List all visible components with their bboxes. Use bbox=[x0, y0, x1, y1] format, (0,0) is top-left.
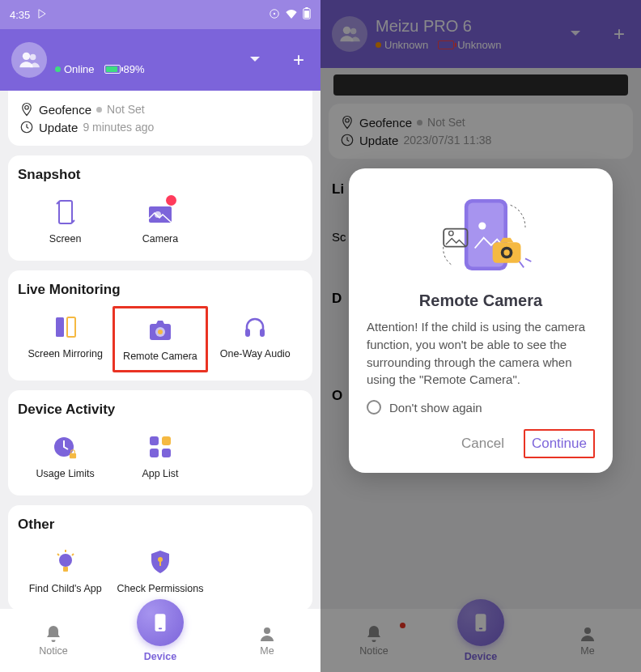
person-icon bbox=[257, 624, 277, 644]
svg-point-6 bbox=[30, 54, 36, 60]
svg-point-5 bbox=[23, 53, 30, 60]
tile-screen-mirroring[interactable]: Screen Mirroring bbox=[18, 306, 112, 372]
dont-show-again-checkbox[interactable]: Don't show again bbox=[367, 400, 595, 415]
clock-icon bbox=[19, 120, 34, 134]
tile-screen[interactable]: Screen bbox=[18, 191, 112, 253]
svg-rect-23 bbox=[162, 449, 171, 457]
snapshot-card: Snapshot Screen Camera bbox=[8, 155, 312, 261]
avatar[interactable] bbox=[11, 42, 47, 78]
svg-rect-16 bbox=[245, 329, 250, 337]
svg-rect-8 bbox=[59, 201, 72, 223]
live-monitoring-card: Live Monitoring Screen Mirroring Remote … bbox=[8, 270, 312, 381]
svg-rect-3 bbox=[305, 7, 308, 9]
radio-icon bbox=[367, 400, 381, 415]
other-title: Other bbox=[18, 517, 303, 533]
svg-rect-12 bbox=[67, 317, 75, 337]
tile-one-way-audio[interactable]: One-Way Audio bbox=[208, 306, 303, 372]
content: Geofence Not Set Update 9 minutes ago Sn… bbox=[0, 91, 320, 609]
svg-point-48 bbox=[503, 249, 509, 255]
tile-find-childs-app[interactable]: Find Child's App bbox=[18, 541, 112, 602]
modal-illustration bbox=[367, 186, 595, 283]
live-title: Live Monitoring bbox=[18, 282, 303, 298]
bulb-icon bbox=[51, 547, 80, 576]
status-time: 4:35 bbox=[10, 9, 30, 21]
modal-body: Attention! If the child is using the cam… bbox=[367, 318, 595, 389]
dot-icon bbox=[96, 107, 102, 113]
modal-title: Remote Camera bbox=[367, 291, 595, 310]
geofence-row[interactable]: Geofence Not Set bbox=[19, 102, 301, 117]
device-fab-icon bbox=[137, 599, 184, 646]
tile-remote-camera[interactable]: Remote Camera bbox=[112, 306, 207, 372]
svg-point-45 bbox=[449, 231, 454, 236]
data-icon bbox=[269, 8, 280, 22]
mirror-icon bbox=[51, 313, 80, 342]
status-dot-icon bbox=[55, 66, 61, 72]
cancel-button[interactable]: Cancel bbox=[458, 431, 507, 457]
left-phone: 4:35 Online 89% bbox=[0, 0, 320, 672]
nav-device[interactable]: Device bbox=[124, 619, 197, 662]
tile-camera[interactable]: Camera bbox=[112, 191, 207, 253]
svg-rect-22 bbox=[150, 449, 159, 457]
continue-button[interactable]: Continue bbox=[524, 429, 595, 458]
nav-notice[interactable]: Notice bbox=[17, 624, 90, 657]
svg-rect-20 bbox=[150, 436, 159, 445]
activity-title: Device Activity bbox=[18, 402, 303, 418]
geofence-icon bbox=[19, 102, 34, 117]
badge-icon bbox=[166, 195, 176, 206]
add-device-button[interactable]: + bbox=[288, 49, 309, 71]
screen-icon bbox=[51, 198, 80, 227]
svg-rect-4 bbox=[304, 11, 309, 18]
camera-icon bbox=[146, 315, 175, 344]
lock-icon bbox=[67, 449, 79, 460]
play-icon bbox=[36, 8, 48, 22]
remote-camera-modal: Remote Camera Attention! If the child is… bbox=[349, 168, 613, 473]
svg-rect-27 bbox=[159, 561, 161, 566]
wifi-icon bbox=[285, 9, 298, 21]
svg-rect-25 bbox=[63, 567, 68, 572]
svg-point-1 bbox=[274, 12, 275, 14]
bell-icon bbox=[44, 624, 63, 644]
grid-icon bbox=[146, 432, 175, 461]
device-header: Online 89% + bbox=[0, 29, 320, 91]
tile-app-list[interactable]: App List bbox=[112, 426, 207, 487]
status-card: Geofence Not Set Update 9 minutes ago bbox=[8, 91, 312, 146]
svg-rect-17 bbox=[260, 329, 265, 337]
svg-rect-21 bbox=[162, 436, 171, 445]
battery-level-icon bbox=[104, 65, 121, 74]
tile-usage-limits[interactable]: Usage Limits bbox=[18, 426, 112, 487]
bottom-nav: Notice Device Me bbox=[0, 609, 320, 672]
svg-point-30 bbox=[264, 627, 270, 634]
svg-rect-19 bbox=[70, 453, 76, 458]
right-phone: Meizu PRO 6 Unknown Unknown + Geofen bbox=[320, 0, 641, 672]
svg-rect-29 bbox=[159, 628, 162, 630]
battery-status: 89% bbox=[104, 63, 145, 75]
headphones-icon bbox=[240, 313, 270, 342]
online-status: Online bbox=[55, 63, 95, 75]
device-activity-card: Device Activity Usage Limits App List bbox=[8, 390, 312, 495]
svg-point-43 bbox=[478, 222, 486, 229]
shield-icon bbox=[146, 547, 175, 576]
svg-point-15 bbox=[158, 330, 163, 334]
nav-me[interactable]: Me bbox=[231, 624, 304, 657]
svg-point-24 bbox=[59, 554, 72, 567]
snapshot-title: Snapshot bbox=[18, 167, 303, 183]
update-row[interactable]: Update 9 minutes ago bbox=[19, 120, 301, 134]
other-card: Other Find Child's App Check Permissions bbox=[8, 505, 312, 609]
device-name bbox=[55, 45, 96, 60]
device-dropdown[interactable] bbox=[249, 53, 261, 67]
status-bar: 4:35 bbox=[0, 0, 320, 29]
tile-check-permissions[interactable]: Check Permissions bbox=[112, 541, 207, 602]
svg-rect-11 bbox=[56, 317, 64, 337]
battery-icon bbox=[303, 7, 311, 22]
